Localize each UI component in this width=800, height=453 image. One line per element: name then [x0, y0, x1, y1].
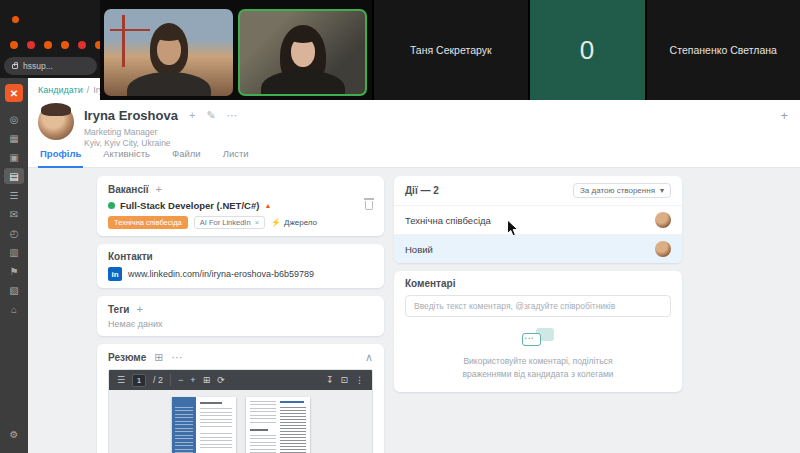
- search-icon[interactable]: ◎: [4, 111, 24, 127]
- resume-title: Резюме: [108, 352, 146, 363]
- knowledge-base-icon[interactable]: ▧: [4, 282, 24, 298]
- comments-title: Коментарі: [405, 278, 455, 289]
- resume-card: Резюме ⊞ ⋯ ∧ ☰ 1 / 2 − + ⊞ ⟳: [97, 344, 384, 453]
- comments-card: Коментарі Використовуйте коментарі, поді…: [394, 271, 682, 392]
- candidate-avatar: [38, 104, 74, 140]
- pdf-toolbar: ☰ 1 / 2 − + ⊞ ⟳ ↧ ⊡ ⋮: [109, 370, 372, 390]
- profile-tabs: Профіль Активність Файли Листи: [38, 148, 251, 168]
- candidate-name: Iryna Eroshova: [84, 108, 178, 123]
- actions-sort-select[interactable]: За датою створення ▾: [573, 183, 671, 198]
- action-item-label: Технічна співбесіда: [405, 215, 491, 226]
- video-tile-1[interactable]: [104, 9, 233, 96]
- add-vacancy-icon[interactable]: +: [156, 183, 162, 195]
- tab-letters[interactable]: Листи: [221, 148, 251, 168]
- tab-profile[interactable]: Профіль: [38, 148, 83, 168]
- avatar: [655, 212, 671, 228]
- source-tag[interactable]: AI For LinkedIn ×: [194, 216, 265, 229]
- mail-icon[interactable]: ✉: [4, 206, 24, 222]
- source-link[interactable]: ⚡ Джерело: [271, 218, 317, 227]
- video-tile-2-active-speaker[interactable]: [238, 9, 367, 96]
- tags-card: Теги + Немає даних: [97, 296, 384, 336]
- add-icon[interactable]: +: [189, 110, 195, 121]
- trash-icon[interactable]: [365, 201, 373, 210]
- calendar-icon[interactable]: ▣: [4, 149, 24, 165]
- tab-files[interactable]: Файли: [170, 148, 203, 168]
- comments-empty-icon: [522, 328, 554, 348]
- pinned-tabs: [10, 41, 103, 49]
- download-icon[interactable]: ↧: [326, 375, 334, 385]
- pinned-tab-icon[interactable]: [10, 41, 18, 49]
- candidates-icon[interactable]: ▤: [4, 168, 24, 184]
- meeting-overlay: Таня Секретарук 0 Степаненко Светлана: [100, 0, 800, 100]
- dashboard-icon[interactable]: ▦: [4, 130, 24, 146]
- linkedin-icon: in: [108, 267, 122, 281]
- participant-tile-initial[interactable]: 0: [528, 0, 645, 100]
- resume-page-1: [172, 397, 236, 453]
- vacancy-job-title[interactable]: Full-Stack Developer (.NET/C#): [120, 200, 259, 211]
- pdf-sidebar-toggle-icon[interactable]: ☰: [117, 375, 125, 385]
- stage-badge[interactable]: Технічна співбесіда: [108, 216, 188, 229]
- pinned-tab-icon[interactable]: [44, 41, 52, 49]
- comments-empty-state: Використовуйте коментарі, поділіться вра…: [440, 328, 636, 381]
- app-logo-icon[interactable]: ✕: [5, 84, 23, 102]
- linkedin-url-link[interactable]: www.linkedin.com/in/iryna-eroshova-b6b59…: [128, 269, 314, 279]
- contacts-title: Контакти: [108, 251, 153, 262]
- pdf-more-icon[interactable]: ⋮: [355, 375, 364, 385]
- tab-activity[interactable]: Активність: [101, 148, 152, 168]
- chevron-down-icon: ▾: [660, 186, 664, 195]
- announcements-icon[interactable]: ⚑: [4, 263, 24, 279]
- settings-gear-icon[interactable]: ⚙: [4, 426, 24, 442]
- browser-tab-favicon[interactable]: [12, 16, 19, 23]
- ats-app: ✕ ◎ ▦ ▣ ▤ ☰ ✉ ◴ ▥ ⚑ ▧ ⌂ ⚙ Кандидати / Ir…: [0, 78, 800, 453]
- rotate-icon[interactable]: ⟳: [217, 375, 225, 385]
- participant-tile-1[interactable]: Таня Секретарук: [372, 0, 528, 100]
- source-link-label: Джерело: [284, 218, 317, 227]
- action-item-label: Новий: [405, 244, 433, 255]
- address-bar[interactable]: hssup...: [4, 57, 97, 75]
- home-icon[interactable]: ⌂: [4, 301, 24, 317]
- contacts-card: Контакти in www.linkedin.com/in/iryna-er…: [97, 244, 384, 288]
- pinned-tab-icon[interactable]: [27, 41, 35, 49]
- participant-tile-2[interactable]: Степаненко Светлана: [645, 0, 800, 100]
- mouse-cursor: [506, 219, 520, 239]
- remove-tag-icon[interactable]: ×: [255, 218, 259, 227]
- pinned-tab-icon[interactable]: [78, 41, 86, 49]
- reports-icon[interactable]: ▥: [4, 244, 24, 260]
- pinned-tab-icon[interactable]: [61, 41, 69, 49]
- candidate-job-title: Marketing Manager: [84, 127, 157, 137]
- candidate-location: Kyiv, Kyiv City, Ukraine: [84, 138, 171, 148]
- screen: hssup... ✕ ◎ ▦ ▣ ▤ ☰ ✉ ◴ ▥ ⚑ ▧ ⌂ ⚙ Канди…: [0, 0, 800, 453]
- print-icon[interactable]: ⊡: [340, 375, 348, 385]
- tags-title: Теги: [108, 304, 129, 315]
- header-add-icon[interactable]: +: [780, 108, 788, 123]
- comments-empty-text: Використовуйте коментарі, поділіться вра…: [440, 355, 636, 381]
- expand-icon[interactable]: ⊞: [154, 351, 163, 364]
- app-sidebar: ✕ ◎ ▦ ▣ ▤ ☰ ✉ ◴ ▥ ⚑ ▧ ⌂ ⚙: [0, 78, 28, 453]
- lock-icon: [12, 64, 18, 69]
- history-icon[interactable]: ◴: [4, 225, 24, 241]
- action-item-new[interactable]: Новий: [394, 234, 682, 263]
- resume-page-2: [246, 397, 310, 453]
- fit-page-icon[interactable]: ⊞: [203, 375, 211, 385]
- pdf-pages-area[interactable]: [109, 390, 372, 453]
- bolt-icon: ⚡: [271, 218, 281, 227]
- pdf-page-input[interactable]: 1: [132, 374, 146, 387]
- comment-input[interactable]: [405, 295, 671, 317]
- add-tag-icon[interactable]: +: [136, 303, 142, 315]
- pdf-page-total: / 2: [153, 375, 163, 385]
- pdf-viewer[interactable]: ☰ 1 / 2 − + ⊞ ⟳ ↧ ⊡ ⋮: [108, 369, 373, 453]
- collapse-icon[interactable]: ∧: [365, 351, 373, 364]
- breadcrumb-candidates-link[interactable]: Кандидати: [38, 85, 83, 95]
- avatar: [655, 241, 671, 257]
- edit-icon[interactable]: ✎: [206, 110, 215, 121]
- more-icon[interactable]: ⋯: [227, 110, 238, 121]
- resume-more-icon[interactable]: ⋯: [172, 351, 183, 364]
- action-item-interview[interactable]: Технічна співбесіда: [394, 205, 682, 234]
- breadcrumb-separator: /: [87, 85, 90, 95]
- vacancies-icon[interactable]: ☰: [4, 187, 24, 203]
- actions-sort-label: За датою створення: [580, 186, 655, 195]
- vacancies-card: Вакансії + Full-Stack Developer (.NET/C#…: [97, 176, 384, 236]
- zoom-out-icon[interactable]: −: [178, 375, 183, 385]
- zoom-in-icon[interactable]: +: [190, 375, 195, 385]
- address-url: hssup...: [23, 61, 53, 71]
